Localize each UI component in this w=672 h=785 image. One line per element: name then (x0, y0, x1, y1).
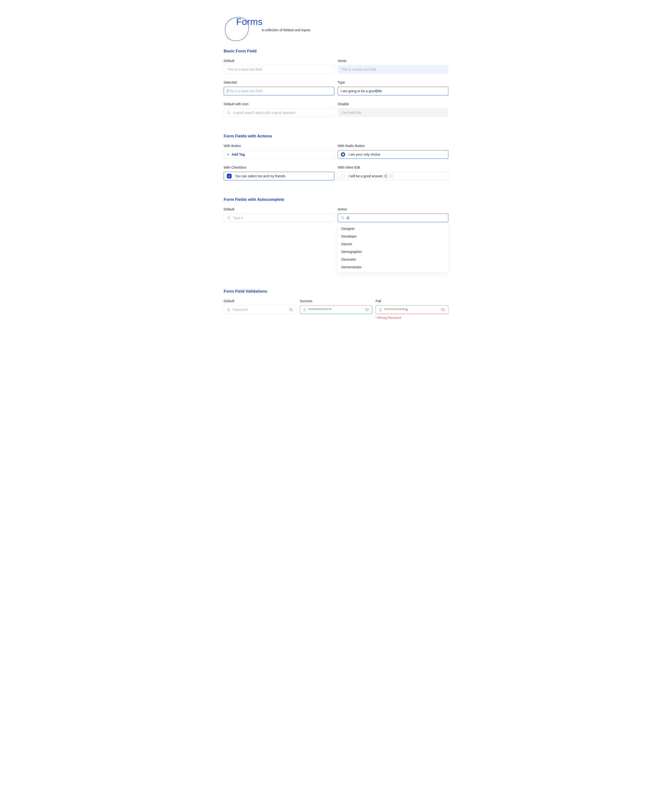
inline-edit-wrap: I will be a good answer, I (348, 174, 393, 178)
password-success-value: *************** (309, 308, 332, 311)
dropdown-item[interactable]: Dancer (338, 240, 448, 248)
svg-rect-10 (379, 310, 382, 311)
label-with-button: With Button (224, 144, 334, 148)
input-autocomplete-default[interactable] (224, 214, 334, 222)
input-type-text-after: title (377, 89, 382, 93)
password-fail-error: ! Wrong Password (376, 316, 448, 319)
checkbox-text: You can select me and my friends (235, 174, 285, 178)
label-icon: Default with Icon (224, 102, 334, 106)
section-title-actions: Form Fields with Actions (224, 134, 448, 139)
section-title-validations: Form Field Validations (224, 289, 448, 294)
input-hover-input[interactable] (341, 67, 445, 72)
text-cursor (386, 174, 386, 178)
input-password-success[interactable]: *************** (300, 305, 373, 314)
field-with-inline[interactable]: I will be a good answer, I (338, 172, 448, 180)
label-pw-success: Success (300, 299, 373, 303)
input-disabled-input (341, 111, 445, 115)
eye-off-icon[interactable] (289, 308, 293, 312)
section-autocomplete: Form Fields with Autocomplete Default Ac… (224, 197, 448, 272)
eye-off-icon[interactable] (441, 308, 445, 312)
inline-edit-text[interactable]: I will be a good answer, I (348, 174, 385, 178)
autocomplete-value: d (346, 216, 348, 220)
dropdown-item[interactable]: Designer (338, 225, 448, 233)
text-cursor (376, 89, 377, 93)
label-pw-default: Default (224, 299, 296, 303)
svg-point-6 (341, 217, 344, 219)
radio-text: I am your only choice (348, 153, 380, 156)
input-disabled (338, 108, 448, 117)
search-icon (227, 111, 231, 114)
password-fail-value: **************s (384, 308, 408, 311)
radio-selected[interactable] (341, 152, 345, 156)
label-with-radio: With Radio Button (338, 144, 448, 148)
label-default: Default (224, 59, 334, 63)
input-default-input[interactable] (227, 67, 331, 72)
label-disable: Disable (338, 102, 448, 106)
dropdown-item[interactable]: Demographer (338, 248, 448, 256)
eye-off-icon[interactable] (365, 308, 369, 312)
input-autocomplete-active[interactable]: d (338, 214, 448, 222)
lock-icon (379, 308, 382, 311)
input-hover[interactable] (338, 65, 448, 74)
hero: Forms A collection of fieldset and input… (224, 17, 448, 32)
text-cursor (349, 216, 349, 220)
label-pw-fail: Fail (376, 299, 448, 303)
dropdown-item[interactable]: Decorator (338, 256, 448, 263)
section-title-autocomplete: Form Fields with Autocomplete (224, 197, 448, 202)
lock-icon (303, 308, 307, 311)
svg-line-1 (229, 113, 230, 114)
inline-edit-highlight (385, 174, 393, 178)
label-auto-default: Default (224, 207, 334, 211)
label-with-inline: With Inline Edit (338, 166, 448, 169)
section-actions: Form Fields with Actions With Button Add… (224, 134, 448, 180)
label-with-checkbox: With Checkbox (224, 166, 334, 169)
input-autocomplete-default-input[interactable] (232, 216, 331, 220)
input-default[interactable] (224, 65, 334, 74)
label-auto-active: Active (338, 207, 448, 211)
svg-rect-8 (228, 310, 230, 311)
section-title-basic: Basic Form Field (224, 49, 448, 53)
radio-empty[interactable] (341, 174, 345, 178)
input-type-text-before: I am going to be a good (341, 89, 376, 93)
search-icon (341, 216, 345, 220)
input-password-default-input[interactable] (232, 308, 287, 312)
svg-line-7 (343, 219, 344, 219)
svg-point-0 (228, 111, 230, 114)
input-password-default[interactable] (224, 305, 296, 314)
input-with-icon[interactable] (224, 108, 334, 117)
input-with-icon-input[interactable] (232, 111, 331, 115)
svg-rect-9 (304, 310, 306, 311)
input-type[interactable]: I am going to be a good title (338, 87, 448, 95)
svg-point-4 (228, 217, 230, 219)
label-type: Type (338, 80, 448, 84)
input-selected[interactable]: This is a basic text field (224, 87, 334, 95)
checkbox-checked[interactable] (227, 174, 232, 178)
section-basic: Basic Form Field Default Hover Selected (224, 49, 448, 117)
field-with-checkbox[interactable]: You can select me and my friends (224, 172, 334, 180)
field-with-radio[interactable]: I am your only choice (338, 150, 448, 159)
input-selected-placeholder: This is a basic text field (228, 89, 262, 93)
add-tag-label: Add Tag (232, 153, 245, 156)
page-title: Forms (236, 17, 448, 27)
label-hover: Hover (338, 59, 448, 63)
label-selected: Selected (224, 80, 334, 84)
dropdown-item[interactable]: Demonstrator (338, 263, 448, 271)
lock-icon (227, 308, 231, 311)
add-tag-button[interactable]: Add Tag (227, 153, 245, 156)
plus-icon (227, 153, 230, 156)
search-icon (227, 216, 231, 220)
autocomplete-dropdown: Designer Developer Dancer Demographer De… (338, 224, 448, 272)
svg-line-5 (229, 219, 230, 219)
section-validations: Form Field Validations Default (224, 289, 448, 319)
dropdown-item[interactable]: Developer (338, 233, 448, 240)
page-subtitle: A collection of fieldset and inputs. (262, 28, 448, 32)
field-with-button[interactable]: Add Tag (224, 150, 334, 159)
input-password-fail[interactable]: **************s (376, 305, 448, 314)
